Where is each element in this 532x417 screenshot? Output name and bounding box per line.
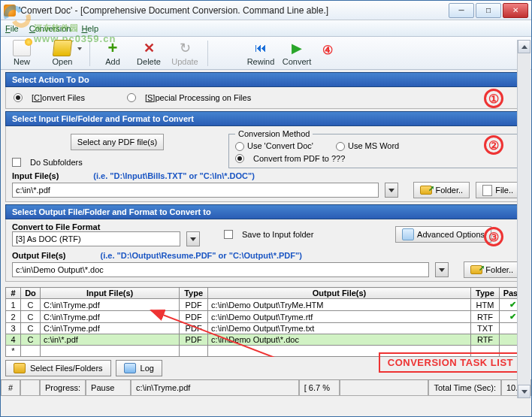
menu-conversion[interactable]: Conversion [29, 24, 71, 33]
output-files-input[interactable]: c:\in\Demo Output\*.doc [12, 262, 429, 277]
status-time-label: Total Time (Sec): [428, 380, 501, 396]
col-type2[interactable]: Type [471, 288, 500, 299]
window-title: 'Convert Doc' - [Comprehensive Document … [19, 5, 447, 16]
convert-files-label: [C]onvert Files [32, 93, 85, 102]
task-table-wrap: # Do Input File(s) Type Output File(s) T… [5, 287, 527, 357]
close-button[interactable]: ✕ [503, 3, 528, 18]
table-row[interactable]: 4Cc:\in\*.pdfPDFc:\in\Demo Output\*.docR… [6, 334, 527, 346]
add-button[interactable]: Add [95, 38, 131, 66]
save-to-input-checkbox[interactable] [224, 230, 233, 239]
content: Select Action To Do [C]onvert Files [S]p… [1, 70, 531, 284]
app-window: 'Convert Doc' - [Comprehensive Document … [0, 0, 532, 417]
refresh-icon [176, 40, 194, 56]
table-row[interactable]: 2CC:\in\Tryme.pdfPDFc:\in\Demo Output\Tr… [6, 311, 527, 323]
conversion-task-list-annotation: CONVERSION TASK LIST [379, 352, 522, 373]
bottom-tabs: Select Files/Folders Log CONVERSION TASK… [1, 357, 531, 379]
col-num[interactable]: # [6, 288, 21, 299]
convert-to-label: Convert to File Format [12, 222, 200, 231]
col-input[interactable]: Input File(s) [41, 288, 180, 299]
convert-to-select[interactable]: [3] As DOC (RTF) [12, 231, 180, 246]
special-processing-label: [S]pecial Processing on Files [145, 93, 251, 102]
cm-pdf-radio[interactable] [235, 154, 244, 163]
menu-help[interactable]: Help [81, 24, 98, 33]
output-files-dropdown[interactable] [435, 262, 449, 277]
convert-button[interactable]: Convert [279, 38, 315, 66]
options-icon [402, 228, 414, 240]
minimize-button[interactable]: ─ [449, 3, 474, 18]
rewind-icon [252, 40, 270, 56]
folder-icon [14, 363, 26, 373]
open-icon [53, 40, 72, 56]
log-icon [124, 363, 136, 373]
watermark-logo [1, 2, 34, 31]
output-folder-button[interactable]: ➚Folder.. [464, 261, 520, 278]
menubar: File Conversion Help [1, 20, 531, 37]
do-subfolders-checkbox[interactable] [12, 158, 21, 167]
table-row[interactable]: 1CC:\in\Tryme.pdfPDFc:\in\Demo Output\Tr… [6, 299, 527, 311]
action-header: Select Action To Do [5, 72, 527, 87]
statusbar: # Progress: Pause c:\in\Tryme.pdf [ 6.7 … [1, 379, 531, 396]
task-table: # Do Input File(s) Type Output File(s) T… [5, 287, 527, 357]
status-percent: [ 6.7 % [299, 380, 340, 396]
input-file-button[interactable]: File.. [476, 182, 520, 198]
table-row[interactable]: 3CC:\in\Tryme.pdfPDFc:\in\Demo Output\Tr… [6, 323, 527, 334]
annotation-3: ③ [484, 227, 503, 246]
advanced-options-button[interactable]: Advanced Options [395, 226, 491, 243]
output-files-hint: (i.e. "D:\Output\Resume.PDF" or "C:\Outp… [101, 251, 302, 260]
annotation-1: ① [484, 89, 503, 108]
output-header: Select Output File/Folder and Format to … [5, 204, 527, 219]
scroll-up-button[interactable] [518, 40, 530, 53]
play-icon [288, 40, 306, 56]
col-do[interactable]: Do [21, 288, 41, 299]
titlebar: 'Convert Doc' - [Comprehensive Document … [1, 1, 531, 20]
input-files-input[interactable]: c:\in\*.pdf [12, 183, 379, 198]
do-subfolders-label: Do Subfolders [30, 158, 83, 167]
new-icon [13, 40, 31, 56]
conversion-method-group: Conversion Method Use 'Convert Doc' Use … [228, 129, 520, 168]
annotation-4: ④ [318, 40, 337, 59]
maximize-button[interactable]: □ [476, 3, 501, 18]
status-current-file: c:\in\Tryme.pdf [131, 380, 299, 396]
status-pause-button[interactable]: Pause [86, 380, 131, 396]
toolbar: New Open Add Delete Update Rewind Conver… [1, 37, 531, 70]
input-files-dropdown[interactable] [385, 183, 398, 198]
col-type1[interactable]: Type [180, 288, 208, 299]
chevron-down-icon [77, 47, 82, 50]
output-files-label: Output File(s) [12, 251, 66, 260]
rewind-button[interactable]: Rewind [243, 38, 279, 66]
status-hash: # [1, 380, 20, 396]
folder-open-icon: ➚ [420, 186, 432, 195]
input-header: Select Input File/Folder and Format to C… [5, 111, 527, 126]
save-to-input-label: Save to Input folder [242, 230, 313, 239]
new-button[interactable]: New [4, 38, 40, 66]
annotation-2: ② [484, 135, 503, 155]
open-button[interactable]: Open [40, 38, 85, 66]
convert-to-dropdown[interactable] [186, 231, 200, 246]
input-files-hint: (i.e. "D:\Input\Bills.TXT" or "C:\In\*.D… [93, 171, 255, 180]
conversion-method-legend: Conversion Method [235, 129, 313, 138]
col-output[interactable]: Output File(s) [208, 288, 471, 299]
special-processing-radio[interactable] [127, 93, 136, 102]
update-button[interactable]: Update [167, 38, 203, 66]
scrollbar[interactable] [517, 40, 530, 398]
file-icon [482, 185, 492, 196]
status-progress-label: Progress: [40, 380, 86, 396]
plus-icon [104, 40, 122, 56]
log-tab[interactable]: Log [116, 360, 162, 376]
cm-convertdoc-radio[interactable] [235, 142, 244, 151]
delete-button[interactable]: Delete [131, 38, 167, 66]
select-files-tab[interactable]: Select Files/Folders [5, 360, 111, 376]
input-folder-button[interactable]: ➚Folder.. [413, 182, 470, 198]
input-files-label: Input File(s) [12, 171, 59, 180]
cm-msword-radio[interactable] [336, 142, 345, 151]
folder-open-icon: ➚ [470, 265, 482, 274]
convert-files-radio[interactable] [14, 93, 23, 102]
x-icon [140, 40, 158, 56]
scroll-down-button[interactable] [518, 385, 530, 398]
select-any-pdf-button[interactable]: Select any PDF file(s) [71, 134, 164, 150]
